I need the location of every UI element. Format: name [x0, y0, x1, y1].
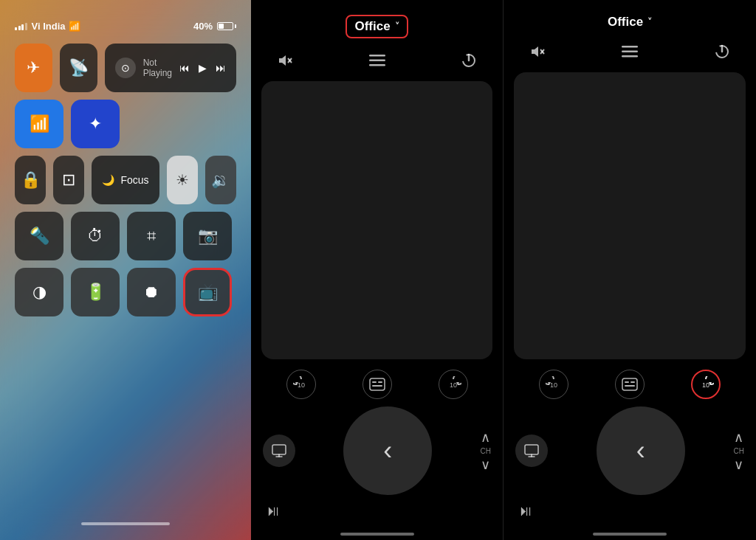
ch-down-btn-2[interactable]: ∨	[734, 457, 743, 473]
play-pause-btn-2[interactable]: ⏯	[518, 502, 533, 519]
battery-cap	[235, 24, 236, 28]
room-name-1[interactable]: Office ˅	[346, 15, 408, 38]
ch-up-btn-2[interactable]: ∧	[734, 429, 743, 446]
tv-remote-tile[interactable]: 📺	[183, 268, 232, 316]
accessibility-tile[interactable]: ◑	[15, 268, 63, 316]
remote-nav-row-2: ‹ ∧ CH ∨	[515, 406, 744, 495]
prev-track-btn[interactable]: ⏮	[179, 62, 190, 74]
play-btn[interactable]: ▶	[199, 62, 207, 74]
ios-controls-grid: ✈ 📡 ⊙ Not Playing ⏮ ▶ ⏭ 📶 ✦	[15, 44, 236, 515]
remote-home-indicator-2	[504, 527, 756, 540]
svg-rect-21	[622, 51, 638, 53]
remote-bottom-1: 10 10	[251, 359, 503, 527]
ios-home-indicator	[15, 515, 236, 525]
menu-btn-1[interactable]	[364, 47, 391, 74]
skip-back-btn-1[interactable]: 10	[286, 370, 316, 399]
media-player-tile[interactable]: ⊙ Not Playing ⏮ ▶ ⏭	[105, 44, 236, 92]
carrier-name: Vi India	[32, 21, 66, 32]
remote-nav-row-1: ‹ ∧ CH ∨	[263, 406, 491, 495]
wifi-status-icon: 📶	[69, 21, 80, 32]
room-name-label-2: Office	[608, 15, 643, 30]
svg-rect-29	[630, 381, 635, 383]
svg-rect-33	[525, 445, 538, 454]
tv-btn-1[interactable]	[263, 435, 295, 467]
svg-rect-27	[622, 378, 637, 390]
calculator-tile[interactable]: ⌗	[127, 212, 176, 260]
room-name-2[interactable]: Office ˅	[608, 15, 652, 30]
svg-rect-2	[369, 55, 385, 57]
media-info: Not Playing	[143, 58, 172, 78]
nav-circle-2[interactable]: ‹	[597, 406, 685, 495]
svg-rect-30	[625, 385, 635, 387]
nav-back-arrow-1: ‹	[383, 435, 392, 466]
signal-bar-3	[21, 24, 24, 30]
nav-back-arrow-2: ‹	[636, 435, 645, 466]
tv-btn-2[interactable]	[515, 435, 548, 467]
skip-back-btn-2[interactable]: 10	[539, 370, 568, 399]
battery-percent: 40%	[193, 21, 213, 32]
remote-screen-1	[261, 81, 492, 359]
subtitle-btn-1[interactable]	[362, 370, 392, 399]
mute-btn-1[interactable]	[272, 47, 298, 74]
home-bar	[81, 522, 170, 525]
svg-text:10: 10	[297, 381, 304, 389]
play-pause-btn-1[interactable]: ⏯	[266, 502, 281, 519]
ios-content: Vi India 📶 40% ✈ 📡 ⊙	[0, 0, 251, 540]
ch-controls-2: ∧ CH ∨	[734, 429, 744, 473]
ch-down-btn-1[interactable]: ∨	[481, 457, 490, 473]
mute-btn-2[interactable]	[524, 38, 551, 65]
volume-tile[interactable]: 🔉	[205, 156, 236, 204]
status-left: Vi India 📶	[15, 21, 80, 32]
lock-rotation-tile[interactable]: 🔒	[15, 156, 46, 204]
battery-body	[217, 22, 233, 30]
ch-controls-1: ∧ CH ∨	[481, 429, 491, 473]
remote-home-bar-1	[340, 533, 414, 536]
signal-bar-1	[15, 27, 17, 30]
ios-row4: 🔦 ⏱ ⌗ 📷	[15, 212, 236, 260]
flashlight-tile[interactable]: 🔦	[15, 212, 63, 260]
room-chevron-2: ˅	[647, 17, 652, 27]
nav-circle-1[interactable]: ‹	[343, 406, 432, 495]
timer-tile[interactable]: ⏱	[71, 212, 120, 260]
ch-label-2: CH	[734, 447, 744, 455]
power-btn-1[interactable]	[456, 47, 482, 74]
power-btn-2[interactable]	[709, 38, 735, 65]
skip-fwd-btn-1[interactable]: 10	[439, 370, 468, 399]
remote-play-row-1: ⏯	[263, 502, 491, 519]
remote-home-indicator-1	[251, 527, 503, 540]
bluetooth-tile[interactable]: ✦	[71, 100, 120, 148]
battery-icon	[217, 22, 236, 30]
skip-fwd-btn-2[interactable]: 10	[691, 370, 721, 399]
camera-tile[interactable]: 📷	[183, 212, 232, 260]
remote-play-row-2: ⏯	[515, 502, 744, 519]
ch-label-1: CH	[481, 447, 491, 455]
focus-label: Focus	[120, 174, 148, 186]
svg-rect-12	[372, 385, 382, 387]
screen-mirror-tile[interactable]: ⊡	[53, 156, 84, 204]
signal-icon	[15, 23, 27, 30]
brightness-tile[interactable]: ☀	[167, 156, 198, 204]
subtitle-btn-2[interactable]	[615, 370, 645, 399]
svg-rect-11	[378, 381, 382, 383]
apple-tv-remote-panel-2: Office ˅	[504, 0, 756, 540]
wifi-tile[interactable]: 📶	[15, 100, 63, 148]
focus-icons: 🌙	[102, 174, 114, 186]
airplane-mode-tile[interactable]: ✈	[15, 44, 52, 92]
next-track-btn[interactable]: ⏭	[216, 62, 226, 74]
screen-record-tile[interactable]: ⏺	[127, 268, 176, 316]
hotspot-tile[interactable]: 📡	[60, 44, 97, 92]
signal-bar-4	[25, 23, 27, 30]
ios-row2: 📶 ✦	[15, 100, 236, 148]
svg-rect-9	[370, 378, 385, 390]
focus-tile[interactable]: 🌙 Focus	[92, 156, 159, 204]
ch-up-btn-1[interactable]: ∧	[481, 429, 490, 446]
remote-top-bar-2: Office ˅	[504, 0, 756, 72]
ios-row1: ✈ 📡 ⊙ Not Playing ⏮ ▶ ⏭	[15, 44, 236, 92]
menu-btn-2[interactable]	[616, 38, 643, 65]
apple-tv-remote-panel-1: Office ˅	[251, 0, 504, 540]
svg-text:10: 10	[550, 381, 557, 389]
svg-rect-28	[625, 381, 629, 383]
battery-case-tile[interactable]: 🔋	[71, 268, 120, 316]
remote-extra-row-2: 10 10	[515, 370, 744, 399]
status-right: 40%	[193, 21, 236, 32]
